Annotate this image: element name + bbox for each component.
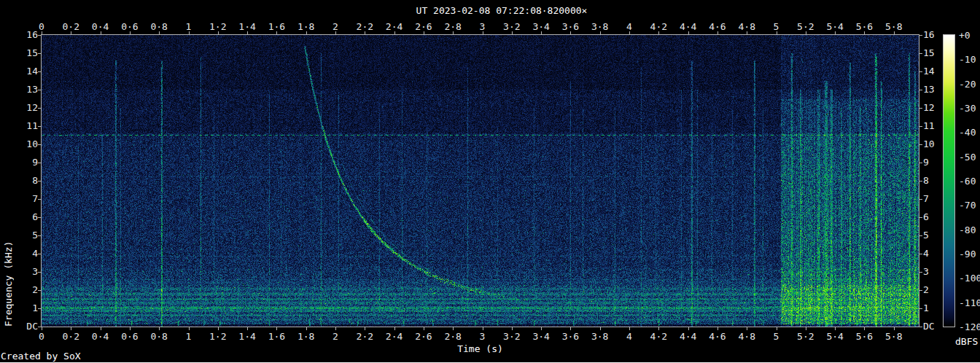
x-tick-mark xyxy=(894,327,895,330)
y-tick-label: 8 xyxy=(0,175,38,186)
x-tick-label: 0·2 xyxy=(55,21,87,32)
x-tick-label: 1·8 xyxy=(290,331,322,342)
x-tick-mark xyxy=(688,327,689,330)
colorbar-tick-label: -80 xyxy=(959,225,980,235)
x-tick-label: 0·8 xyxy=(143,331,175,342)
colorbar-tick-label: -30 xyxy=(959,103,980,114)
x-tick-label: 1 xyxy=(173,21,205,32)
x-tick-label: 4·8 xyxy=(731,331,763,342)
x-tick-label: 5·8 xyxy=(878,331,910,342)
x-tick-mark xyxy=(42,327,42,330)
x-tick-label: 4·2 xyxy=(642,21,674,32)
x-tick-mark xyxy=(629,327,630,330)
x-tick-mark xyxy=(777,327,777,330)
colorbar-unit: dBFS xyxy=(955,336,978,347)
x-tick-mark xyxy=(570,327,571,330)
y-tick-label: 5 xyxy=(0,230,38,241)
x-tick-label: 2 xyxy=(319,331,351,342)
y-tick-label: 10 xyxy=(0,138,38,149)
y-tick-mark xyxy=(919,35,922,36)
x-tick-label: 2·2 xyxy=(349,331,381,342)
y-tick-label: 3 xyxy=(0,266,38,277)
x-tick-label: 0 xyxy=(26,331,58,342)
x-tick-mark xyxy=(864,327,865,330)
x-tick-label: 3·6 xyxy=(554,331,586,342)
x-tick-label: 2·6 xyxy=(408,21,440,32)
created-by-sox-label: Created by SoX xyxy=(1,351,81,362)
x-tick-label: 0·8 xyxy=(143,21,175,32)
x-tick-label: 1 xyxy=(173,331,205,342)
x-tick-mark xyxy=(247,327,248,330)
y-tick-mark xyxy=(919,327,922,327)
x-tick-label: 5·6 xyxy=(848,21,880,32)
x-tick-label: 0·6 xyxy=(114,331,146,342)
x-tick-mark xyxy=(71,327,71,330)
x-tick-label: 5·2 xyxy=(790,331,822,342)
x-tick-label: 3·4 xyxy=(525,331,557,342)
x-tick-mark xyxy=(394,327,395,330)
x-tick-mark xyxy=(747,327,747,330)
y-tick-label: 11 xyxy=(0,120,38,131)
x-tick-label: 4·8 xyxy=(731,21,763,32)
x-tick-label: 4·4 xyxy=(672,331,704,342)
x-tick-label: 1·2 xyxy=(202,21,234,32)
x-tick-label: 2·4 xyxy=(378,331,411,342)
x-tick-label: 3·2 xyxy=(496,331,528,342)
y-tick-mark xyxy=(38,90,41,90)
y-tick-mark xyxy=(38,126,41,127)
y-tick-label: DC xyxy=(0,321,38,332)
x-tick-mark xyxy=(365,327,365,330)
colorbar-tick-label: -10 xyxy=(959,54,980,65)
y-tick-label: 4 xyxy=(0,248,38,259)
x-tick-label: 0·4 xyxy=(85,331,117,342)
x-tick-label: 4·6 xyxy=(701,331,734,342)
y-tick-mark xyxy=(919,254,922,254)
y-tick-mark xyxy=(919,53,922,54)
x-tick-mark xyxy=(453,327,454,330)
colorbar-tick-label: -120 xyxy=(959,321,980,332)
x-tick-label: 4 xyxy=(613,331,645,342)
y-tick-mark xyxy=(919,272,922,273)
y-tick-mark xyxy=(38,254,41,254)
x-tick-mark xyxy=(101,327,101,330)
y-tick-mark xyxy=(38,35,41,36)
y-tick-mark xyxy=(919,144,922,145)
colorbar-tick-label: -50 xyxy=(959,152,980,163)
y-tick-mark xyxy=(38,327,41,327)
y-tick-mark xyxy=(38,144,41,145)
x-tick-label: 3·6 xyxy=(554,21,586,32)
x-tick-label: 2·4 xyxy=(378,21,411,32)
colorbar-tick-label: -20 xyxy=(959,79,980,90)
y-tick-mark xyxy=(919,308,922,309)
x-axis-title: Time (s) xyxy=(42,343,919,354)
y-tick-mark xyxy=(38,290,41,291)
colorbar-tick-label: -100 xyxy=(959,273,980,284)
x-tick-label: 3·4 xyxy=(525,21,557,32)
y-tick-mark xyxy=(38,199,41,200)
x-tick-label: 3·8 xyxy=(584,21,616,32)
y-tick-mark xyxy=(919,181,922,182)
x-tick-label: 4·2 xyxy=(642,331,674,342)
y-tick-label: 14 xyxy=(0,66,38,77)
x-tick-label: 5·6 xyxy=(848,331,880,342)
x-tick-label: 0·6 xyxy=(114,21,146,32)
x-tick-mark xyxy=(483,327,483,330)
y-tick-label: 6 xyxy=(0,211,38,222)
colorbar-tick-label: +0 xyxy=(959,30,980,41)
x-tick-label: 2·8 xyxy=(437,331,469,342)
y-tick-mark xyxy=(919,199,922,200)
y-tick-mark xyxy=(38,108,41,109)
y-tick-mark xyxy=(919,290,922,291)
x-tick-label: 2 xyxy=(319,21,351,32)
x-tick-label: 1·4 xyxy=(231,21,263,32)
y-tick-mark xyxy=(919,71,922,72)
x-tick-label: 2·6 xyxy=(408,331,440,342)
x-tick-label: 5·4 xyxy=(819,21,851,32)
x-tick-label: 3 xyxy=(467,331,499,342)
x-tick-label: 5 xyxy=(761,331,793,342)
colorbar-tick-label: -70 xyxy=(959,200,980,211)
colorbar-tick-label: -40 xyxy=(959,127,980,138)
colorbar-tick-label: -110 xyxy=(959,297,980,308)
y-tick-mark xyxy=(38,272,41,273)
x-tick-label: 5·2 xyxy=(790,21,822,32)
